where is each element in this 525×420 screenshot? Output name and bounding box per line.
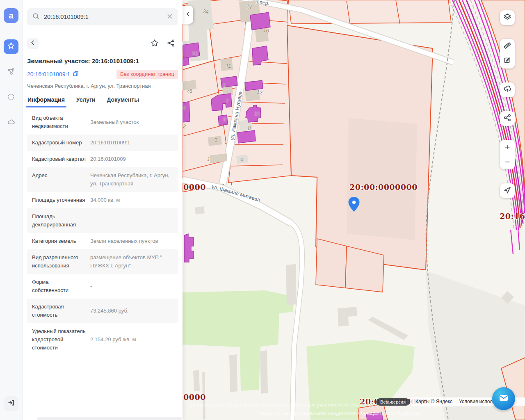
info-panel: Земельный участок: 20:16:0101009:1 20:16… [23,0,183,420]
map-area[interactable]: 20:00:0000000 20:00:0000000 0000 0000 20… [183,0,525,420]
search-input[interactable] [44,14,162,20]
table-row: Кадастровый номер20:16:0101009:1 [27,135,178,151]
search-bar[interactable] [27,8,178,25]
envelope-icon [498,392,509,405]
row-value: - [86,282,173,290]
icon-rail: a [0,0,23,420]
objects-network-button[interactable] [4,65,18,80]
copy-icon[interactable] [73,71,79,78]
cloud-button[interactable] [4,116,18,130]
logo-letter: a [9,11,14,21]
upload-button[interactable] [500,82,515,97]
edit-icon [503,56,512,66]
table-row: Площадь декларированная- [27,208,178,233]
favorite-object-button[interactable] [150,39,159,49]
object-address: Чеченская Республика, г. Аргун, ул. Тран… [27,83,178,89]
star-outline-icon [150,39,159,49]
table-row: Вид объекта недвижимостиЗемельный участо… [27,110,178,135]
zoom-control: + − [500,140,515,169]
tab-documents[interactable]: Документы [107,96,139,107]
share-icon [503,113,512,124]
tab-bar: Информация Услуги Документы [27,96,178,107]
sign-in-button[interactable] [4,396,18,411]
layers-icon [503,12,512,23]
locate-button[interactable] [500,183,515,198]
chat-button[interactable] [492,387,515,410]
ruler-button[interactable] [500,39,515,54]
ruler-icon [503,41,512,52]
collapse-panel-button[interactable] [183,6,193,24]
app-window: a [0,0,525,420]
cadastral-number-text: 20:16:0101009:1 [27,71,70,78]
layers-control[interactable] [500,10,515,25]
map-copyright[interactable]: Карты © Яндекс [415,399,452,404]
map-canvas[interactable] [183,0,525,420]
row-value: размещение объектов МУП " ПУЖКХ г. Аргун… [86,253,173,270]
row-value: 20:16:0101009:1 [86,139,173,147]
table-row: Площадь уточненная34,000 кв. м [27,192,178,208]
row-value: Земельный участок [86,118,173,126]
tab-services[interactable]: Услуги [76,96,96,107]
table-row: Кадастровый квартал20:16:0101009 [27,151,178,167]
clear-search-button[interactable] [167,13,173,21]
row-label: Площадь декларированная [32,212,86,229]
row-value: 20:16:0101009 [86,155,173,163]
row-label: Адрес [32,171,86,188]
row-label: Кадастровая стоимость [32,303,86,319]
zoom-out-button[interactable]: − [500,155,515,169]
table-row: Форма собственности- [27,274,178,299]
tab-information[interactable]: Информация [27,96,65,107]
row-label: Удельный показатель кадастровой стоимост… [32,327,86,352]
cloud-icon [7,118,15,128]
cadastral-row: 20:16:0101009:1 Без координат границ [27,70,178,79]
share-map-control [500,111,515,126]
locate-icon [503,185,512,196]
row-label: Форма собственности [32,278,86,294]
row-label: Площадь уточненная [32,196,86,204]
upload-control [500,82,515,97]
close-icon [167,13,173,21]
favorites-button[interactable] [4,39,18,54]
search-icon [32,12,40,22]
row-label: Кадастровый квартал [32,155,86,163]
layers-button[interactable] [500,10,515,25]
edit-button[interactable] [500,54,515,68]
panel-bottom-handle[interactable] [37,417,182,420]
row-value: 34,000 кв. м [86,196,173,204]
page-title: Земельный участок: 20:16:0101009:1 [27,57,178,64]
chevron-left-icon [185,11,191,19]
row-value: 2,154.29 руб./кв. м [86,336,173,344]
locate-control [500,183,515,198]
app-logo[interactable]: a [4,8,18,23]
row-label: Вид объекта недвижимости [32,114,86,130]
select-area-button[interactable] [4,90,18,105]
back-button[interactable] [27,38,39,49]
minus-icon: − [505,158,510,167]
table-row: Удельный показатель кадастровой стоимост… [27,323,178,356]
select-area-icon [7,93,15,103]
table-row: Категория земельЗемли населенных пунктов [27,233,178,249]
row-value: Земли населенных пунктов [86,237,173,245]
measure-draw-control [500,39,515,68]
share-icon [167,39,176,49]
row-value: 73,245,860 руб. [86,307,173,315]
row-value: - [86,217,173,225]
table-row: АдресЧеченская Республика, г. Аргун, ул.… [27,167,178,192]
cloud-upload-icon [503,84,512,95]
plus-icon: + [505,143,510,152]
cadastral-number-link[interactable]: 20:16:0101009:1 [27,71,79,78]
chevron-left-icon [30,39,36,48]
share-object-button[interactable] [167,39,176,49]
table-row: Вид разрешенного использованияразмещение… [27,249,178,274]
beta-badge: Beta-версия [376,398,410,406]
row-value: Чеченская Республика, г. Аргун, ул. Тран… [86,171,173,188]
row-label: Категория земель [32,237,86,245]
network-icon [7,67,15,77]
object-toolbar [27,38,178,49]
sign-in-icon [7,399,15,409]
zoom-in-button[interactable]: + [500,140,515,155]
share-map-button[interactable] [500,111,515,126]
no-borders-badge: Без координат границ [116,70,178,79]
attributes-table: Вид объекта недвижимостиЗемельный участо… [27,110,178,356]
row-label: Кадастровый номер [32,139,86,147]
